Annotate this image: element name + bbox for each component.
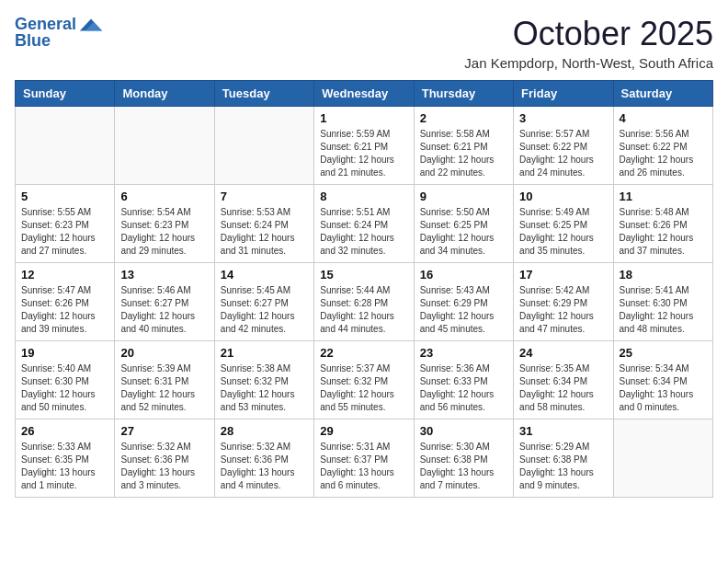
page-header: General Blue October 2025 Jan Kempdorp, … (15, 15, 713, 71)
day-info: Sunrise: 5:59 AMSunset: 6:21 PMDaylight:… (320, 128, 407, 179)
day-info: Sunrise: 5:54 AMSunset: 6:23 PMDaylight:… (120, 206, 208, 258)
day-info: Sunrise: 5:45 AMSunset: 6:27 PMDaylight:… (221, 284, 308, 336)
day-number: 13 (120, 268, 208, 282)
calendar-day-cell: 13Sunrise: 5:46 AMSunset: 6:27 PMDayligh… (115, 263, 214, 341)
day-info: Sunrise: 5:56 AMSunset: 6:22 PMDaylight:… (620, 128, 707, 179)
weekday-header: Tuesday (214, 81, 313, 107)
day-info: Sunrise: 5:58 AMSunset: 6:21 PMDaylight:… (420, 128, 507, 179)
day-info: Sunrise: 5:43 AMSunset: 6:29 PMDaylight:… (420, 284, 507, 336)
day-number: 25 (620, 346, 707, 360)
calendar-day-cell: 4Sunrise: 5:56 AMSunset: 6:22 PMDaylight… (613, 107, 712, 185)
calendar-day-cell: 18Sunrise: 5:41 AMSunset: 6:30 PMDayligh… (613, 263, 712, 341)
day-info: Sunrise: 5:38 AMSunset: 6:32 PMDaylight:… (221, 362, 308, 414)
month-title: October 2025 (464, 15, 713, 53)
day-info: Sunrise: 5:44 AMSunset: 6:28 PMDaylight:… (320, 284, 407, 336)
calendar-day-cell: 17Sunrise: 5:42 AMSunset: 6:29 PMDayligh… (514, 263, 613, 341)
day-info: Sunrise: 5:32 AMSunset: 6:36 PMDaylight:… (120, 441, 208, 492)
weekday-header: Monday (115, 81, 214, 107)
weekday-header: Friday (514, 81, 613, 107)
day-info: Sunrise: 5:40 AMSunset: 6:30 PMDaylight:… (21, 362, 108, 414)
day-number: 16 (420, 268, 507, 282)
day-number: 8 (320, 190, 407, 203)
day-number: 29 (320, 424, 407, 438)
day-number: 22 (320, 346, 407, 360)
calendar-table: SundayMondayTuesdayWednesdayThursdayFrid… (15, 80, 713, 498)
calendar-day-cell: 20Sunrise: 5:39 AMSunset: 6:31 PMDayligh… (115, 341, 214, 419)
location-title: Jan Kempdorp, North-West, South Africa (464, 55, 713, 71)
calendar-day-cell: 29Sunrise: 5:31 AMSunset: 6:37 PMDayligh… (314, 419, 414, 498)
calendar-day-cell (613, 419, 712, 498)
day-number: 24 (519, 346, 607, 360)
day-number: 20 (120, 346, 208, 360)
day-number: 28 (221, 424, 308, 438)
calendar-day-cell: 6Sunrise: 5:54 AMSunset: 6:23 PMDaylight… (115, 185, 214, 263)
calendar-day-cell: 26Sunrise: 5:33 AMSunset: 6:35 PMDayligh… (16, 419, 115, 498)
calendar-day-cell: 11Sunrise: 5:48 AMSunset: 6:26 PMDayligh… (613, 185, 712, 263)
calendar-week-row: 5Sunrise: 5:55 AMSunset: 6:23 PMDaylight… (16, 185, 713, 263)
day-number: 30 (420, 424, 507, 438)
day-info: Sunrise: 5:31 AMSunset: 6:37 PMDaylight:… (320, 441, 407, 492)
day-info: Sunrise: 5:33 AMSunset: 6:35 PMDaylight:… (21, 441, 108, 492)
day-number: 4 (620, 111, 707, 125)
day-number: 12 (21, 268, 108, 282)
day-number: 3 (519, 111, 607, 125)
day-info: Sunrise: 5:41 AMSunset: 6:30 PMDaylight:… (620, 284, 707, 336)
calendar-week-row: 1Sunrise: 5:59 AMSunset: 6:21 PMDaylight… (16, 107, 713, 185)
day-info: Sunrise: 5:30 AMSunset: 6:38 PMDaylight:… (420, 441, 507, 492)
day-number: 26 (21, 424, 108, 438)
day-info: Sunrise: 5:48 AMSunset: 6:26 PMDaylight:… (620, 206, 707, 258)
day-info: Sunrise: 5:37 AMSunset: 6:32 PMDaylight:… (320, 362, 407, 414)
calendar-day-cell: 25Sunrise: 5:34 AMSunset: 6:34 PMDayligh… (613, 341, 712, 419)
logo: General Blue (15, 15, 104, 51)
day-info: Sunrise: 5:47 AMSunset: 6:26 PMDaylight:… (21, 284, 108, 336)
day-number: 15 (320, 268, 407, 282)
day-info: Sunrise: 5:49 AMSunset: 6:25 PMDaylight:… (519, 206, 607, 258)
day-number: 7 (221, 190, 308, 203)
calendar-week-row: 12Sunrise: 5:47 AMSunset: 6:26 PMDayligh… (16, 263, 713, 341)
calendar-day-cell: 15Sunrise: 5:44 AMSunset: 6:28 PMDayligh… (314, 263, 414, 341)
calendar-day-cell: 22Sunrise: 5:37 AMSunset: 6:32 PMDayligh… (314, 341, 414, 419)
title-section: October 2025 Jan Kempdorp, North-West, S… (464, 15, 713, 71)
calendar-day-cell: 19Sunrise: 5:40 AMSunset: 6:30 PMDayligh… (16, 341, 115, 419)
calendar-day-cell: 23Sunrise: 5:36 AMSunset: 6:33 PMDayligh… (414, 341, 513, 419)
day-number: 9 (420, 190, 507, 203)
calendar-day-cell: 21Sunrise: 5:38 AMSunset: 6:32 PMDayligh… (214, 341, 313, 419)
calendar-day-cell: 10Sunrise: 5:49 AMSunset: 6:25 PMDayligh… (514, 185, 613, 263)
day-number: 2 (420, 111, 507, 125)
calendar-week-row: 19Sunrise: 5:40 AMSunset: 6:30 PMDayligh… (16, 341, 713, 419)
day-info: Sunrise: 5:55 AMSunset: 6:23 PMDaylight:… (21, 206, 108, 258)
day-number: 11 (620, 190, 707, 203)
day-number: 21 (221, 346, 308, 360)
calendar-day-cell: 8Sunrise: 5:51 AMSunset: 6:24 PMDaylight… (314, 185, 414, 263)
weekday-header: Thursday (414, 81, 513, 107)
calendar-day-cell: 31Sunrise: 5:29 AMSunset: 6:38 PMDayligh… (514, 419, 613, 498)
weekday-header: Saturday (613, 81, 712, 107)
calendar-day-cell: 9Sunrise: 5:50 AMSunset: 6:25 PMDaylight… (414, 185, 513, 263)
day-number: 17 (519, 268, 607, 282)
day-number: 1 (320, 111, 407, 125)
calendar-day-cell: 12Sunrise: 5:47 AMSunset: 6:26 PMDayligh… (16, 263, 115, 341)
day-number: 19 (21, 346, 108, 360)
calendar-day-cell: 16Sunrise: 5:43 AMSunset: 6:29 PMDayligh… (414, 263, 513, 341)
day-info: Sunrise: 5:51 AMSunset: 6:24 PMDaylight:… (320, 206, 407, 258)
day-number: 31 (519, 424, 607, 438)
calendar-day-cell: 30Sunrise: 5:30 AMSunset: 6:38 PMDayligh… (414, 419, 513, 498)
day-info: Sunrise: 5:36 AMSunset: 6:33 PMDaylight:… (420, 362, 507, 414)
day-info: Sunrise: 5:39 AMSunset: 6:31 PMDaylight:… (120, 362, 208, 414)
weekday-header: Wednesday (314, 81, 414, 107)
calendar-day-cell (214, 107, 313, 185)
day-number: 5 (21, 190, 108, 203)
logo-icon (78, 15, 104, 35)
day-info: Sunrise: 5:42 AMSunset: 6:29 PMDaylight:… (519, 284, 607, 336)
weekday-header-row: SundayMondayTuesdayWednesdayThursdayFrid… (16, 81, 713, 107)
weekday-header: Sunday (16, 81, 115, 107)
day-info: Sunrise: 5:29 AMSunset: 6:38 PMDaylight:… (519, 441, 607, 492)
calendar-week-row: 26Sunrise: 5:33 AMSunset: 6:35 PMDayligh… (16, 419, 713, 498)
day-number: 23 (420, 346, 507, 360)
calendar-day-cell: 2Sunrise: 5:58 AMSunset: 6:21 PMDaylight… (414, 107, 513, 185)
day-number: 10 (519, 190, 607, 203)
day-info: Sunrise: 5:46 AMSunset: 6:27 PMDaylight:… (120, 284, 208, 336)
calendar-day-cell: 28Sunrise: 5:32 AMSunset: 6:36 PMDayligh… (214, 419, 313, 498)
calendar-day-cell: 1Sunrise: 5:59 AMSunset: 6:21 PMDaylight… (314, 107, 414, 185)
calendar-day-cell (16, 107, 115, 185)
